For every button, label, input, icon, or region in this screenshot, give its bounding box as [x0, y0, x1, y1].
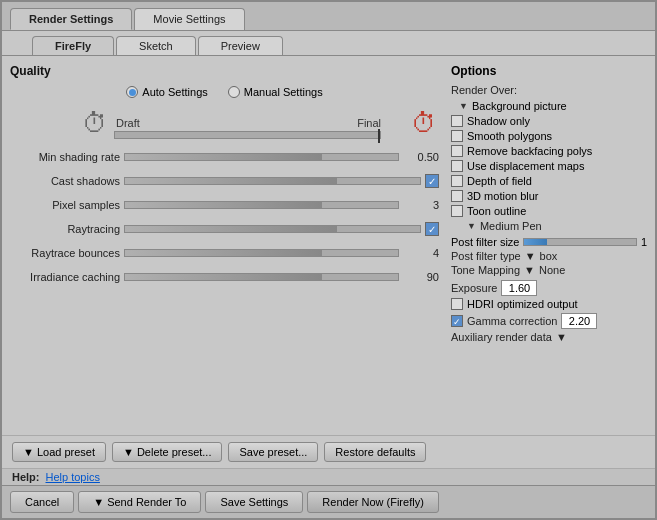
- slider-bar-raytrace-bounces[interactable]: [124, 245, 399, 261]
- toon-sub-dropdown[interactable]: ▼ Medium Pen: [467, 220, 647, 232]
- radio-manual-label: Manual Settings: [244, 86, 323, 98]
- load-preset-arrow-icon: ▼: [23, 446, 34, 458]
- load-preset-button[interactable]: ▼ Load preset: [12, 442, 106, 462]
- opt-hdri[interactable]: HDRI optimized output: [451, 298, 647, 310]
- slider-checkbox-raytracing[interactable]: [425, 222, 439, 236]
- tab-firefly[interactable]: FireFly: [32, 36, 114, 55]
- opt-smooth-polygons[interactable]: Smooth polygons: [451, 130, 647, 142]
- delete-preset-button[interactable]: ▼ Delete preset...: [112, 442, 222, 462]
- final-label: Final: [357, 117, 381, 129]
- slider-bar-raytracing[interactable]: [124, 221, 421, 237]
- slider-row-pixel-samples: Pixel samples 3: [10, 197, 439, 213]
- radio-manual[interactable]: Manual Settings: [228, 86, 323, 98]
- send-render-button[interactable]: ▼ Send Render To: [78, 491, 201, 513]
- toon-sub-value: Medium Pen: [480, 220, 542, 232]
- post-filter-slider[interactable]: [523, 238, 636, 246]
- draft-label: Draft: [116, 117, 140, 129]
- cb-smooth-polygons[interactable]: [451, 130, 463, 142]
- slider-row-raytrace-bounces: Raytrace bounces 4: [10, 245, 439, 261]
- tab-render-settings[interactable]: Render Settings: [10, 8, 132, 30]
- save-settings-button[interactable]: Save Settings: [205, 491, 303, 513]
- save-preset-button[interactable]: Save preset...: [228, 442, 318, 462]
- label-hdri: HDRI optimized output: [467, 298, 578, 310]
- preset-buttons-bar: ▼ Load preset ▼ Delete preset... Save pr…: [2, 435, 655, 468]
- tab-sketch[interactable]: Sketch: [116, 36, 196, 55]
- render-now-label: Render Now (Firefly): [322, 496, 423, 508]
- exposure-row: Exposure: [451, 280, 647, 296]
- quality-title: Quality: [10, 64, 439, 78]
- post-filter-type-arrow-icon: ▼: [525, 250, 536, 262]
- cb-hdri[interactable]: [451, 298, 463, 310]
- exposure-label: Exposure: [451, 282, 497, 294]
- opt-motion-blur[interactable]: 3D motion blur: [451, 190, 647, 202]
- help-topics-link[interactable]: Help topics: [46, 471, 100, 483]
- send-render-arrow-icon: ▼: [93, 496, 104, 508]
- exposure-input[interactable]: [501, 280, 537, 296]
- cancel-label: Cancel: [25, 496, 59, 508]
- options-panel: Options Render Over: ▼ Background pictur…: [447, 64, 647, 427]
- cb-depth-field[interactable]: [451, 175, 463, 187]
- slider-checkbox-cast-shadows[interactable]: [425, 174, 439, 188]
- options-title: Options: [451, 64, 647, 78]
- post-filter-type-value: box: [540, 250, 558, 262]
- gamma-input[interactable]: [561, 313, 597, 329]
- slider-label-cast-shadows: Cast shadows: [10, 175, 120, 187]
- sliders-container: Min shading rate 0.50 Cast shadows: [10, 149, 439, 285]
- render-over-dropdown[interactable]: ▼ Background picture: [459, 100, 647, 112]
- slider-bar-min-shading[interactable]: [124, 149, 399, 165]
- save-settings-label: Save Settings: [220, 496, 288, 508]
- tab-movie-settings[interactable]: Movie Settings: [134, 8, 244, 30]
- cb-toon-outline[interactable]: [451, 205, 463, 217]
- label-remove-backface: Remove backfacing polys: [467, 145, 592, 157]
- tone-mapping-label: Tone Mapping: [451, 264, 520, 276]
- delete-preset-label: Delete preset...: [137, 446, 212, 458]
- content-area: Quality Auto Settings Manual Settings ⏱ …: [2, 56, 655, 435]
- tone-mapping-arrow-icon: ▼: [524, 264, 535, 276]
- label-depth-field: Depth of field: [467, 175, 532, 187]
- post-filter-type-row: Post filter type ▼ box: [451, 250, 647, 262]
- slider-bar-cast-shadows[interactable]: [124, 173, 421, 189]
- quality-panel: Quality Auto Settings Manual Settings ⏱ …: [10, 64, 439, 427]
- post-filter-label: Post filter size: [451, 236, 519, 248]
- slider-label-raytrace-bounces: Raytrace bounces: [10, 247, 120, 259]
- slider-label-min-shading: Min shading rate: [10, 151, 120, 163]
- cb-displacement[interactable]: [451, 160, 463, 172]
- gamma-row: Gamma correction: [451, 313, 647, 329]
- cb-gamma[interactable]: [451, 315, 463, 327]
- restore-defaults-button[interactable]: Restore defaults: [324, 442, 426, 462]
- slider-row-cast-shadows: Cast shadows: [10, 173, 439, 189]
- slider-bar-pixel-samples[interactable]: [124, 197, 399, 213]
- post-filter-type-label: Post filter type: [451, 250, 521, 262]
- top-tab-bar: Render Settings Movie Settings: [2, 2, 655, 31]
- radio-auto[interactable]: Auto Settings: [126, 86, 207, 98]
- slider-value-pixel-samples: 3: [403, 199, 439, 211]
- label-displacement: Use displacement maps: [467, 160, 584, 172]
- slider-label-raytracing: Raytracing: [10, 223, 120, 235]
- slider-tick: [378, 129, 380, 143]
- opt-remove-backface[interactable]: Remove backfacing polys: [451, 145, 647, 157]
- cb-remove-backface[interactable]: [451, 145, 463, 157]
- auxiliary-row[interactable]: Auxiliary render data ▼: [451, 331, 647, 343]
- second-tab-bar: FireFly Sketch Preview: [2, 31, 655, 56]
- post-filter-row: Post filter size 1: [451, 236, 647, 248]
- opt-shadow-only[interactable]: Shadow only: [451, 115, 647, 127]
- cb-shadow-only[interactable]: [451, 115, 463, 127]
- tab-preview[interactable]: Preview: [198, 36, 283, 55]
- slider-value-min-shading: 0.50: [403, 151, 439, 163]
- tone-mapping-row: Tone Mapping ▼ None: [451, 264, 647, 276]
- label-gamma: Gamma correction: [467, 315, 557, 327]
- slider-bar-irradiance[interactable]: [124, 269, 399, 285]
- auxiliary-label: Auxiliary render data: [451, 331, 552, 343]
- label-shadow-only: Shadow only: [467, 115, 530, 127]
- label-toon-outline: Toon outline: [467, 205, 526, 217]
- cb-motion-blur[interactable]: [451, 190, 463, 202]
- opt-depth-field[interactable]: Depth of field: [451, 175, 647, 187]
- restore-defaults-label: Restore defaults: [335, 446, 415, 458]
- post-filter-value: 1: [641, 236, 647, 248]
- render-over-label: Render Over:: [451, 84, 647, 96]
- radio-auto-dot: [126, 86, 138, 98]
- render-now-button[interactable]: Render Now (Firefly): [307, 491, 438, 513]
- cancel-button[interactable]: Cancel: [10, 491, 74, 513]
- opt-displacement[interactable]: Use displacement maps: [451, 160, 647, 172]
- opt-toon-outline[interactable]: Toon outline: [451, 205, 647, 217]
